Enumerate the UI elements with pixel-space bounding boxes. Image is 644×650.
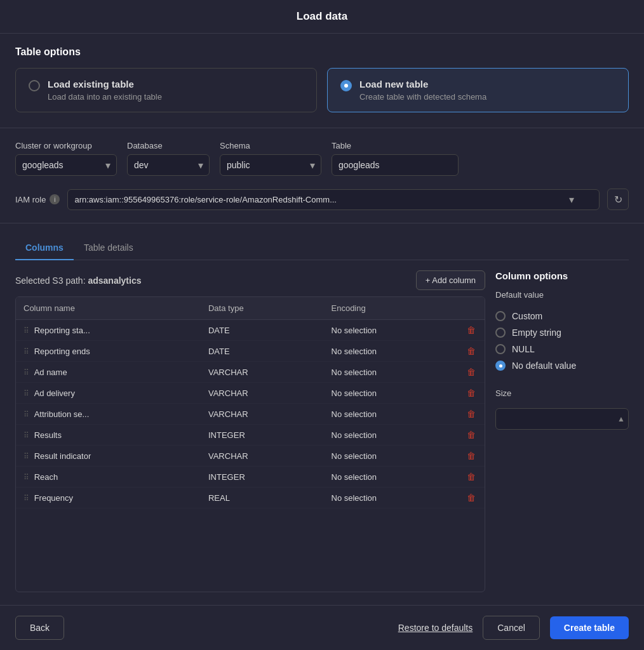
table-header-row: Column name Data type Encoding [16, 297, 485, 320]
default-value-option-1[interactable]: Empty string [495, 328, 629, 338]
table-row: ⠿ Attribution se... VARCHAR No selection… [16, 404, 485, 425]
add-column-button[interactable]: + Add column [416, 270, 485, 290]
option-label-1: Empty string [512, 328, 561, 338]
col-action-cell: 🗑 [459, 467, 485, 488]
column-encoding-text: No selection [332, 409, 377, 419]
drag-icon: ⠿ [23, 494, 29, 503]
default-value-option-3[interactable]: No default value [495, 361, 629, 371]
iam-input[interactable] [67, 189, 600, 210]
column-datatype-text: VARCHAR [208, 368, 248, 377]
schema-label: Schema [220, 141, 321, 150]
column-encoding-text: No selection [332, 493, 377, 503]
table-body: ⠿ Reporting sta... DATE No selection 🗑 ⠿… [16, 320, 485, 508]
cancel-button[interactable]: Cancel [483, 616, 540, 640]
restore-defaults-button[interactable]: Restore to defaults [398, 623, 473, 633]
delete-row-icon[interactable]: 🗑 [467, 451, 476, 461]
default-value-option-0[interactable]: Custom [495, 311, 629, 321]
option-radio-0[interactable] [495, 311, 506, 321]
col-header-name: Column name [16, 297, 201, 320]
col-name-cell: ⠿ Reach [16, 467, 201, 488]
size-label: Size [495, 388, 629, 398]
column-datatype-text: INTEGER [208, 472, 245, 482]
col-encoding-cell: No selection [324, 320, 460, 341]
column-name-text: Ad delivery [34, 388, 75, 398]
create-table-button[interactable]: Create table [550, 616, 629, 639]
tab-columns[interactable]: Columns [15, 236, 74, 260]
table-row: ⠿ Frequency REAL No selection 🗑 [16, 488, 485, 508]
drag-icon: ⠿ [23, 389, 29, 398]
tab-table-details[interactable]: Table details [74, 236, 144, 260]
col-action-cell: 🗑 [459, 446, 485, 467]
delete-row-icon[interactable]: 🗑 [467, 388, 476, 398]
table-row: ⠿ Ad delivery VARCHAR No selection 🗑 [16, 383, 485, 404]
refresh-button[interactable]: ↻ [607, 189, 629, 210]
back-button[interactable]: Back [15, 616, 64, 640]
load-new-radio[interactable] [340, 80, 352, 91]
fields-row: Cluster or workgroup googleads Database … [15, 141, 629, 176]
delete-row-icon[interactable]: 🗑 [467, 367, 476, 377]
load-new-text: Load new table Create table with detecte… [359, 79, 486, 102]
database-select[interactable]: dev [127, 154, 210, 176]
column-datatype-text: VARCHAR [208, 388, 248, 398]
col-name-cell: ⠿ Attribution se... [16, 404, 201, 425]
col-action-cell: 🗑 [459, 320, 485, 341]
iam-row: IAM role i ↻ [15, 189, 629, 210]
delete-row-icon[interactable]: 🗑 [467, 430, 476, 440]
default-value-option-2[interactable]: NULL [495, 344, 629, 354]
modal-body: Table options Load existing table Load d… [0, 34, 644, 605]
schema-select[interactable]: public [220, 154, 321, 176]
option-label-3: No default value [512, 361, 576, 371]
drag-icon: ⠿ [23, 473, 29, 482]
size-input[interactable] [495, 408, 629, 430]
col-name-cell: ⠿ Reporting ends [16, 341, 201, 362]
delete-row-icon[interactable]: 🗑 [467, 493, 476, 503]
load-new-card[interactable]: Load new table Create table with detecte… [327, 68, 629, 112]
iam-info-icon[interactable]: i [50, 194, 60, 204]
table-input[interactable] [332, 154, 459, 176]
divider-2 [0, 223, 644, 223]
column-encoding-text: No selection [332, 472, 377, 482]
load-existing-sublabel: Load data into an existing table [48, 92, 162, 102]
load-existing-card[interactable]: Load existing table Load data into an ex… [15, 68, 317, 112]
default-value-options: Custom Empty string NULL No default valu… [495, 311, 629, 377]
s3-path-text: Selected S3 path: adsanalytics [15, 275, 141, 286]
default-value-label: Default value [495, 290, 629, 300]
load-existing-radio[interactable] [29, 80, 40, 91]
delete-row-icon[interactable]: 🗑 [467, 325, 476, 335]
cluster-select[interactable]: googleads [15, 154, 117, 176]
size-arrow-icon: ▲ [617, 415, 625, 423]
col-encoding-cell: No selection [324, 488, 460, 508]
delete-row-icon[interactable]: 🗑 [467, 409, 476, 419]
option-radio-3[interactable] [495, 361, 506, 371]
drag-icon: ⠿ [23, 347, 29, 356]
modal-footer: Back Restore to defaults Cancel Create t… [0, 605, 644, 650]
table-label: Table [332, 141, 459, 150]
delete-row-icon[interactable]: 🗑 [467, 472, 476, 482]
column-name-text: Result indicator [34, 451, 91, 461]
divider-1 [0, 128, 644, 128]
col-encoding-cell: No selection [324, 425, 460, 446]
delete-row-icon[interactable]: 🗑 [467, 346, 476, 356]
column-name-text: Results [34, 430, 62, 440]
col-encoding-cell: No selection [324, 446, 460, 467]
column-encoding-text: No selection [332, 451, 377, 461]
col-encoding-cell: No selection [324, 383, 460, 404]
table-row: ⠿ Ad name VARCHAR No selection 🗑 [16, 362, 485, 383]
s3-path-value: adsanalytics [88, 275, 141, 286]
modal-title: Load data [297, 10, 347, 22]
footer-left: Back [15, 616, 64, 640]
col-datatype-cell: VARCHAR [201, 404, 324, 425]
col-datatype-cell: VARCHAR [201, 362, 324, 383]
drag-icon: ⠿ [23, 368, 29, 377]
col-name-cell: ⠿ Result indicator [16, 446, 201, 467]
column-encoding-text: No selection [332, 347, 377, 356]
option-label-0: Custom [512, 311, 542, 321]
option-radio-2[interactable] [495, 344, 506, 354]
col-header-datatype: Data type [201, 297, 324, 320]
cluster-select-wrapper: googleads [15, 154, 117, 176]
modal-container: Load data Table options Load existing ta… [0, 0, 644, 650]
col-header-encoding: Encoding [324, 297, 460, 320]
column-name-text: Attribution se... [34, 409, 90, 419]
col-action-cell: 🗑 [459, 425, 485, 446]
option-radio-1[interactable] [495, 328, 506, 338]
